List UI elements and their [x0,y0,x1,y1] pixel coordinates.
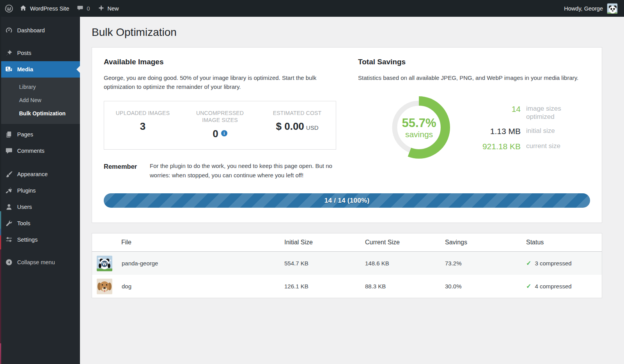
paintbrush-icon [5,170,13,178]
remember-text: For the plugin to do the work, you need … [150,161,336,180]
info-icon[interactable]: i [221,130,227,136]
col-header-file: File [92,239,284,246]
file-name: panda-george [122,260,158,267]
current-size-value: 88.3 KB [365,283,445,290]
file-name: dog [122,283,131,290]
stat-initial-size: 1.13 MB initial size [462,127,590,136]
sidebar-item-tools[interactable]: Tools [0,215,80,231]
sidebar-item-bulk-optimization[interactable]: Bulk Optimization [0,107,80,120]
summary-stats-box: UPLOADED IMAGES 3 UNCOMPRESSED IMAGE SIZ… [104,101,336,150]
available-images-heading: Available Images [104,58,336,66]
stat-image-sizes-optimized: 14 image sizes optimized [462,104,590,121]
site-name: WordPress Site [30,5,69,12]
overview-card: Available Images George, you are doing g… [92,47,602,223]
sidebar-item-settings[interactable]: Settings [0,231,80,248]
sidebar-item-label: Plugins [17,187,36,194]
dashboard-icon [5,27,13,34]
sliders-icon [5,236,13,244]
sidebar-item-pages[interactable]: Pages [0,126,80,143]
sidebar-item-label: Settings [17,237,37,243]
pages-icon [5,131,13,138]
media-submenu: Library Add New Bulk Optimization [0,78,80,124]
svg-text:W: W [102,262,107,267]
greeting-text: Howdy, George [564,5,603,12]
collapse-menu-button[interactable]: Collapse menu [0,254,80,270]
sidebar-item-dashboard[interactable]: Dashboard [0,22,80,39]
savings-donut-chart: 55.7% savings [383,92,455,164]
sidebar-item-label: Collapse menu [17,259,55,265]
screen-edge-artifact [0,17,1,364]
collapse-arrow-icon [5,258,13,266]
bulk-progress-bar: 14 / 14 (100%) [104,193,590,208]
main-content: Bulk Optimization Available Images Georg… [80,17,624,364]
sidebar-item-add-new[interactable]: Add New [0,94,80,107]
sidebar-item-label: Media [17,66,33,72]
total-savings-description: Statistics based on all available JPEG, … [358,73,590,82]
sidebar-item-label: Tools [17,220,30,226]
sidebar-item-library[interactable]: Library [0,80,80,94]
col-header-current-size: Current Size [365,239,445,246]
savings-value: 73.2% [445,260,526,267]
available-images-description: George, you are doing good. 50% of your … [104,73,336,92]
wrench-icon [5,219,13,227]
admin-bar-new[interactable]: New [98,0,119,17]
wordpress-logo-icon[interactable] [5,0,13,17]
sidebar-item-plugins[interactable]: Plugins [0,182,80,199]
sidebar-item-label: Comments [17,148,44,154]
table-row: dog 126.1 KB 88.3 KB 30.0% ✓ 4 compresse… [92,275,602,298]
total-savings-heading: Total Savings [358,58,590,66]
currency-unit: USD [306,124,319,131]
user-icon [5,203,13,211]
check-icon: ✓ [526,283,531,290]
sidebar-item-appearance[interactable]: Appearance [0,166,80,182]
sidebar-item-users[interactable]: Users [0,199,80,215]
col-header-savings: Savings [445,239,526,246]
sidebar-item-comments[interactable]: Comments [0,143,80,159]
status-text: 4 compressed [535,283,571,290]
remember-note: Remember For the plugin to do the work, … [104,161,336,180]
plug-icon [5,187,13,194]
savings-stats: 14 image sizes optimized 1.13 MB initial… [462,104,590,152]
stat-current-size: 921.18 KB current size [462,142,590,151]
sidebar-item-label: Posts [17,50,31,56]
stat-uncompressed-sizes: UNCOMPRESSED IMAGE SIZES 0i [181,110,259,140]
stat-uploaded-images: UPLOADED IMAGES 3 [104,110,181,140]
remember-label: Remember [104,161,150,180]
sidebar-item-label: Pages [17,131,33,138]
col-header-initial-size: Initial Size [284,239,365,246]
initial-size-value: 126.1 KB [284,283,365,290]
check-icon: ✓ [526,260,531,267]
avatar [607,3,618,14]
sidebar-item-label: Users [17,204,32,210]
table-row: W panda-george 554.7 KB 148.6 KB 73.2% ✓… [92,252,602,275]
sidebar-item-posts[interactable]: Posts [0,45,80,61]
results-table: File Initial Size Current Size Savings S… [92,233,602,298]
file-thumbnail-dog [97,279,112,294]
comment-bubble-icon [77,5,83,12]
visit-site[interactable]: WordPress Site [20,0,69,17]
admin-bar-comments[interactable]: 0 [77,0,90,17]
comments-icon [5,147,13,155]
file-thumbnail-panda-george: W [97,256,112,271]
sidebar-item-label: Appearance [17,171,48,177]
status-text: 3 compressed [535,260,571,267]
sidebar-item-media[interactable]: Media [0,61,80,78]
new-label: New [108,5,119,12]
stat-estimated-cost: ESTIMATED COST $ 0.00USD [259,110,336,140]
media-icon [5,65,13,73]
current-size-value: 148.6 KB [365,260,445,267]
current-menu-arrow [76,66,80,73]
plus-icon [98,5,105,12]
sidebar-item-label: Dashboard [17,27,45,34]
initial-size-value: 554.7 KB [284,260,365,267]
account-menu[interactable]: Howdy, George [564,3,618,14]
admin-bar: WordPress Site 0 New Howdy, George [0,0,624,17]
progress-label: 14 / 14 (100%) [324,197,370,205]
page-title: Bulk Optimization [92,26,624,39]
pushpin-icon [5,49,13,57]
savings-value: 30.0% [445,283,526,290]
table-header-row: File Initial Size Current Size Savings S… [92,233,602,252]
col-header-status: Status [526,239,602,246]
admin-menu: Dashboard Posts Media Library Add New Bu… [0,17,80,364]
home-icon [20,4,27,13]
